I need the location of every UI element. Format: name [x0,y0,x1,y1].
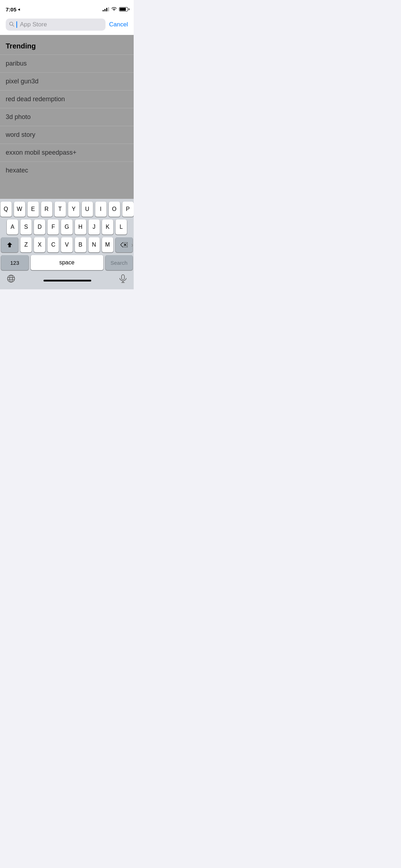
trending-list: paribus pixel gun3d red dead redemption … [0,55,134,179]
list-item[interactable]: pixel gun3d [0,72,134,90]
key-n[interactable]: N [88,237,100,252]
key-p[interactable]: P [122,202,134,217]
key-k[interactable]: K [102,219,113,234]
key-z[interactable]: Z [20,237,32,252]
keyboard-row-3: Z X C V B N M › [1,237,133,252]
battery-icon [119,7,128,11]
search-bar-container: App Store Cancel [0,16,134,35]
list-item[interactable]: 3d photo [0,108,134,126]
space-key[interactable]: space [31,255,103,270]
key-o[interactable]: O [109,202,120,217]
key-w[interactable]: W [14,202,25,217]
key-h[interactable]: H [75,219,86,234]
home-indicator [43,280,91,281]
list-item[interactable]: paribus [0,55,134,72]
key-l[interactable]: L [115,219,127,234]
trending-title: Trending [0,42,134,55]
search-placeholder: App Store [20,21,47,28]
keyboard-row-4: 123 space Search [1,255,133,270]
key-v[interactable]: V [61,237,72,252]
svg-point-4 [7,275,15,282]
signal-icon [103,7,109,11]
list-item[interactable]: hexatec [0,161,134,179]
key-u[interactable]: U [82,202,93,217]
microphone-icon[interactable] [119,274,127,285]
keyboard-row-1: Q W E R T Y U I O P [1,202,133,217]
trending-content: Trending paribus pixel gun3d red dead re… [0,35,134,179]
keyboard-row-2: A S D F G H J K L [1,219,133,234]
key-e[interactable]: E [27,202,39,217]
key-j[interactable]: J [88,219,100,234]
search-input-wrap[interactable]: App Store [6,19,106,31]
key-g[interactable]: G [61,219,72,234]
key-x[interactable]: X [34,237,45,252]
status-time: 7:05 ◂ [6,6,20,12]
key-a[interactable]: A [7,219,18,234]
keyboard-chevron-icon: › [131,241,133,249]
key-d[interactable]: D [34,219,45,234]
key-c[interactable]: C [47,237,59,252]
keyboard-bottom [1,273,133,288]
list-item[interactable]: word story [0,126,134,144]
key-i[interactable]: I [95,202,107,217]
globe-icon[interactable] [7,274,15,285]
key-t[interactable]: T [55,202,66,217]
key-f[interactable]: F [47,219,59,234]
search-key[interactable]: Search [106,255,133,270]
numbers-key[interactable]: 123 [1,255,29,270]
list-item[interactable]: red dead redemption [0,90,134,108]
key-r[interactable]: R [41,202,52,217]
key-b[interactable]: B [75,237,86,252]
key-s[interactable]: S [20,219,32,234]
main-content: App Store Cancel Trending paribus pixel … [0,16,134,289]
wifi-icon [111,7,117,12]
keyboard: Q W E R T Y U I O P A S D F G H J K L [0,199,134,289]
list-item[interactable]: exxon mobil speedpass+ [0,144,134,161]
shift-key[interactable] [1,237,18,252]
cancel-button[interactable]: Cancel [109,21,128,28]
text-cursor [16,21,17,28]
svg-point-5 [10,275,12,282]
svg-rect-8 [122,275,124,280]
svg-line-1 [12,25,14,26]
key-m[interactable]: M [102,237,113,252]
location-icon: ◂ [18,7,20,12]
status-bar: 7:05 ◂ [0,0,134,16]
search-icon [9,22,14,28]
status-icons [103,7,128,12]
key-y[interactable]: Y [68,202,79,217]
delete-key[interactable] [115,237,133,252]
key-q[interactable]: Q [0,202,12,217]
